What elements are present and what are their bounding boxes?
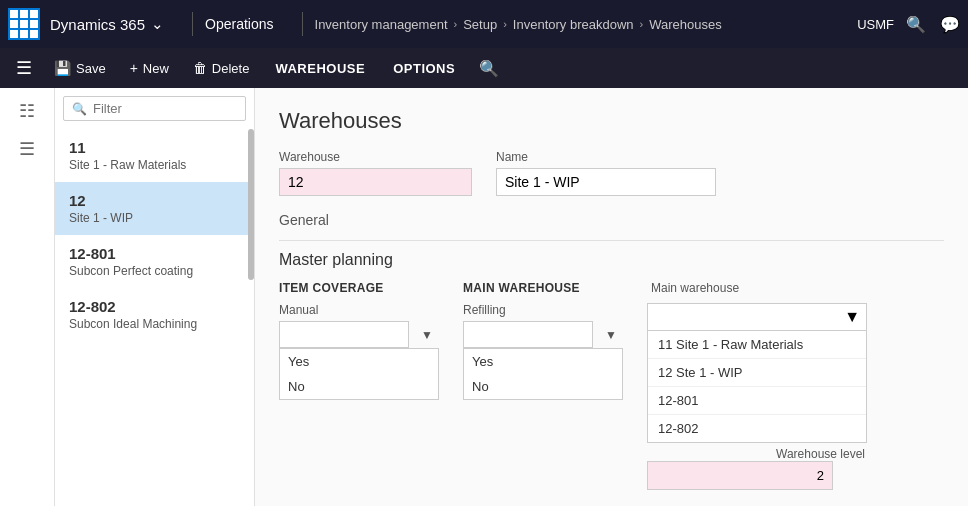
delete-icon: 🗑 [193,60,207,76]
mw-item-1[interactable]: 12 Ste 1 - WIP [648,359,866,387]
nav-operations[interactable]: Operations [205,16,273,32]
warehouse-label: Warehouse [279,150,472,164]
manual-no-item[interactable]: No [280,374,438,399]
sidebar-item-12-801-id: 12-801 [69,245,240,262]
warehouse-tab[interactable]: WAREHOUSE [263,57,377,80]
save-label: Save [76,61,106,76]
name-field-group: Name [496,150,716,196]
mw-item-0[interactable]: 11 Site 1 - Raw Materials [648,331,866,359]
sidebar-item-12-name: Site 1 - WIP [69,211,240,225]
app-grid-button[interactable] [8,8,40,40]
mw-item-2[interactable]: 12-801 [648,387,866,415]
sidebar-item-11-name: Site 1 - Raw Materials [69,158,240,172]
breadcrumb-chevron-1: › [454,18,458,30]
sidebar-scrollbar[interactable] [248,129,254,280]
new-icon: + [130,60,138,76]
sidebar: 🔍 11 Site 1 - Raw Materials 12 Site 1 - … [55,88,255,506]
sidebar-item-12-802[interactable]: 12-802 Subcon Ideal Machining [55,288,254,341]
sidebar-item-11-id: 11 [69,139,240,156]
top-nav: Dynamics 365 ⌄ Operations Inventory mana… [0,0,968,48]
list-icon[interactable]: ☰ [19,138,35,160]
search-nav-button[interactable]: 🔍 [906,15,926,34]
name-input[interactable] [496,168,716,196]
mw-dropdown-arrow: ▼ [844,308,860,326]
nav-icon-group: 🔍 💬 [906,15,960,34]
main-warehouse-list: 11 Site 1 - Raw Materials 12 Ste 1 - WIP… [647,330,867,443]
brand-link[interactable]: Dynamics 365 ⌄ [50,15,164,33]
manual-yes-item[interactable]: Yes [280,349,438,374]
refilling-yes-item[interactable]: Yes [464,349,622,374]
new-label: New [143,61,169,76]
save-button[interactable]: 💾 Save [44,56,116,80]
item-coverage-header: ITEM COVERAGE [279,281,439,303]
breadcrumb-chevron-2: › [503,18,507,30]
manual-dropdown-wrapper: ▼ [279,321,439,348]
refilling-label: Refilling [463,303,623,317]
sidebar-item-12-id: 12 [69,192,240,209]
breadcrumb-setup[interactable]: Setup [463,17,497,32]
delete-button[interactable]: 🗑 Delete [183,56,260,80]
mw-item-3[interactable]: 12-802 [648,415,866,442]
main-warehouse-right-header: Main warehouse [647,281,867,303]
general-label: General [279,212,944,228]
breadcrumb-chevron-3: › [640,18,644,30]
refilling-no-item[interactable]: No [464,374,622,399]
brand-chevron: ⌄ [151,15,164,33]
warehouse-input[interactable] [279,168,472,196]
refilling-select[interactable] [463,321,593,348]
refilling-dropdown-wrapper: ▼ [463,321,623,348]
refilling-dropdown-arrow: ▼ [605,328,617,342]
warehouse-level-input[interactable] [647,461,833,490]
new-button[interactable]: + New [120,56,179,80]
warehouse-level-label: Warehouse level [647,447,867,461]
action-search-icon[interactable]: 🔍 [479,59,499,78]
name-label: Name [496,150,716,164]
manual-label: Manual [279,303,439,317]
sidebar-filter[interactable]: 🔍 [63,96,246,121]
action-bar: ☰ 💾 Save + New 🗑 Delete WAREHOUSE OPTION… [0,48,968,88]
master-planning-title: Master planning [279,251,944,269]
sidebar-item-12-802-id: 12-802 [69,298,240,315]
brand-name: Dynamics 365 [50,16,145,33]
sidebar-filter-input[interactable] [93,101,237,116]
filter-icon[interactable]: ☷ [19,100,35,122]
page-title: Warehouses [279,108,944,134]
warehouse-field-group: Warehouse [279,150,472,196]
main-warehouse-header: MAIN WAREHOUSE [463,281,623,303]
options-tab[interactable]: OPTIONS [381,57,467,80]
sidebar-item-12-801-name: Subcon Perfect coating [69,264,240,278]
general-divider [279,240,944,241]
manual-dropdown-arrow: ▼ [421,328,433,342]
filter-search-icon: 🔍 [72,102,87,116]
sidebar-item-11[interactable]: 11 Site 1 - Raw Materials [55,129,254,182]
company-code: USMF [857,17,894,32]
warehouse-name-row: Warehouse Name [279,150,944,196]
breadcrumb-inv-mgmt[interactable]: Inventory management [315,17,448,32]
sidebar-item-12[interactable]: 12 Site 1 - WIP [55,182,254,235]
sidebar-scroll: 11 Site 1 - Raw Materials 12 Site 1 - WI… [55,129,254,506]
save-icon: 💾 [54,60,71,76]
breadcrumb-inv-breakdown[interactable]: Inventory breakdown [513,17,634,32]
breadcrumb: Inventory management › Setup › Inventory… [315,17,858,32]
refilling-yes-no-list: Yes No [463,348,623,400]
chat-nav-button[interactable]: 💬 [940,15,960,34]
delete-label: Delete [212,61,250,76]
nav-separator-2 [302,12,303,36]
main-layout: ☷ ☰ 🔍 11 Site 1 - Raw Materials 12 Site … [0,88,968,506]
left-panel: ☷ ☰ [0,88,55,506]
main-content: Warehouses Warehouse Name General Master… [255,88,968,506]
sidebar-item-12-801[interactable]: 12-801 Subcon Perfect coating [55,235,254,288]
breadcrumb-warehouses[interactable]: Warehouses [649,17,722,32]
manual-yes-no-list: Yes No [279,348,439,400]
nav-separator-1 [192,12,193,36]
main-warehouse-dropdown-header[interactable]: ▼ [647,303,867,330]
manual-select[interactable] [279,321,409,348]
sidebar-item-12-802-name: Subcon Ideal Machining [69,317,240,331]
hamburger-button[interactable]: ☰ [8,53,40,83]
